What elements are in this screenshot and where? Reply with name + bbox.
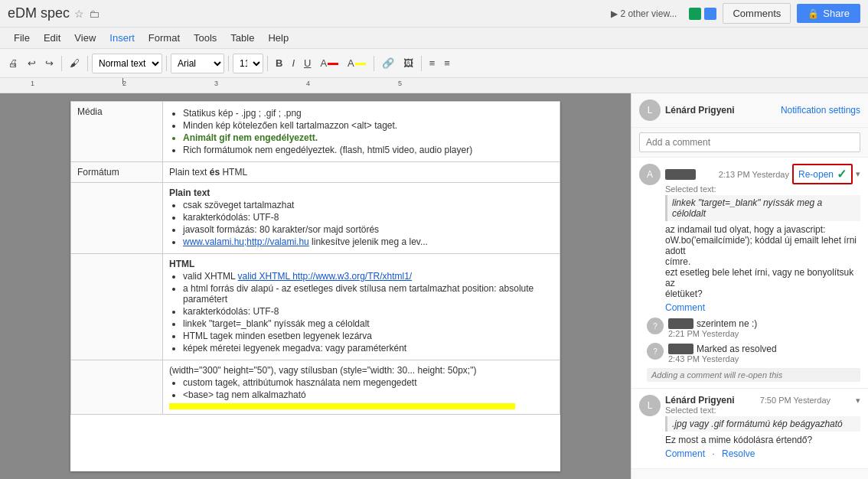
avatar-reply2: ? [647,343,664,360]
notification-settings-link[interactable]: Notification settings [781,105,860,116]
reopen-notice: Adding a comment will re-open this [647,368,860,382]
redo-button[interactable]: ↪ [41,55,57,71]
add-comment-box [631,128,868,158]
reply-1-time: 2:21 PM Yesterday [668,329,757,338]
comments-button[interactable]: Comments [723,3,791,24]
comment-1-body: az indamail tud olyat, hogy a javascript… [665,224,860,299]
list-item-animated: Animált gif nem engedélyezett. [183,132,553,143]
toolbar-divider-2 [87,56,88,71]
comment-2-user-row: L Lénárd Prigyeni 7:50 PM Yesterday ▾ Se… [639,395,860,459]
reply-1-row: ? szerintem ne :) 2:21 PM Yesterday [639,318,860,338]
comment-2-selected-label: Selected text: [665,406,860,415]
doc-area[interactable]: Média Statikus kép - .jpg ; .gif ; .png … [0,93,631,479]
list-item: a html forrás div alapú - az esetleges d… [183,283,553,305]
list-item: csak szöveget tartalmazhat [183,200,553,210]
comment-2-dropdown[interactable]: ▾ [856,396,860,406]
comment-2-meta: Lénárd Prigyeni 7:50 PM Yesterday ▾ Sele… [665,395,860,459]
comment-2-actions: Comment · Resolve [665,448,860,459]
share-button[interactable]: 🔒 Share [797,4,860,23]
toolbar-divider-5 [267,56,268,71]
list-item: Statikus kép - .jpg ; .gif ; .png [183,108,553,119]
menu-tools[interactable]: Tools [188,30,223,46]
reply-2-row: ? Marked as resolved 2:43 PM Yesterday [639,343,860,363]
bullet-list-button[interactable]: ≡ [426,55,439,71]
comment-2-resolve-action[interactable]: Resolve [722,448,755,459]
font-select[interactable]: Arial [171,54,224,73]
html-list: valid XHTML valid XHTML http://www.w3.or… [169,271,553,354]
list-item: karakterkódolás: UTF-8 [183,212,553,223]
formatum-bold-text: és [210,167,220,178]
toolbar-divider-4 [228,56,229,71]
image-button[interactable]: 🖼 [400,55,417,71]
avatar-lénárd: L [639,99,661,121]
list-item: valid XHTML valid XHTML http://www.w3.or… [183,271,553,282]
top-bar-left: eDM spec ☆ 🗀 [8,5,100,21]
comment-1-meta: 2:13 PM Yesterday Re-open ✓ ▾ Selected t… [665,164,860,313]
reply-2-body: Marked as resolved [697,344,777,354]
doc-page: Média Statikus kép - .jpg ; .gif ; .png … [70,101,560,471]
reopen-link[interactable]: Re-open [798,169,834,180]
ruler-triangle [122,78,123,84]
comment-action-label[interactable]: Comment [665,302,705,313]
other-viewers-label: ▶ 2 other view... [611,8,677,19]
numbered-list-button[interactable]: ≡ [440,55,454,71]
html-label-cell [71,254,163,360]
list-item: Rich formátumok nem engedélyeztek. (flas… [183,145,553,155]
html-content-cell: HTML valid XHTML valid XHTML http://www.… [163,254,560,360]
html-header: HTML [169,259,553,269]
comment-1-username [665,169,696,180]
comment-1-dropdown[interactable]: ▾ [856,169,860,179]
width-list: custom tagek, attribútumok használata ne… [169,377,553,400]
menu-file[interactable]: File [8,30,36,46]
toolbar: 🖨 ↩ ↪ 🖌 Normal text Arial 11 B I U A A 🔗… [0,49,868,78]
main-content: Média Statikus kép - .jpg ; .gif ; .png … [0,93,868,479]
link-button[interactable]: 🔗 [378,55,398,71]
menu-help[interactable]: Help [262,30,295,46]
paint-format-button[interactable]: 🖌 [66,55,83,71]
comment-2-body: Ez most a mime kódolásra értendő? [665,435,860,445]
menu-table[interactable]: Table [224,30,260,46]
add-comment-input[interactable] [639,132,860,152]
menu-insert[interactable]: Insert [103,30,141,46]
comment-block-1: A 2:13 PM Yesterday Re-open ✓ ▾ [631,158,868,389]
print-button[interactable]: 🖨 [5,55,22,71]
reopen-notice-container: Adding a comment will re-open this [639,368,860,382]
comment-1-selected-text: linkek "target=_blank" nyíssák meg a cél… [665,195,860,221]
doc-title: eDM spec [8,5,70,21]
avatar-reply1: ? [647,318,664,334]
table-row-plaintext: Plain text csak szöveget tartalmazhat ka… [71,183,560,254]
folder-icon[interactable]: 🗀 [89,8,100,20]
star-icon[interactable]: ☆ [74,8,84,20]
toolbar-divider-7 [421,56,422,71]
comments-panel: L Lénárd Prigyeni Notification settings … [631,93,868,479]
toolbar-divider-3 [166,56,167,71]
menu-edit[interactable]: Edit [38,30,67,46]
media-label-cell: Média [71,102,163,162]
list-item: custom tagek, attribútumok használata ne… [183,377,553,388]
text-color-button[interactable]: A [316,55,342,71]
undo-button[interactable]: ↩ [24,55,40,71]
list-item-link: www.valami.hu;http://valami.hu linkesítv… [183,236,553,247]
ruler-tick-4: 4 [306,80,310,87]
menu-format[interactable]: Format [142,30,186,46]
top-bar-right: ▶ 2 other view... Comments 🔒 Share [611,3,860,24]
reply-1-username [668,318,693,329]
menu-bar: File Edit View Insert Format Tools Table… [0,28,868,49]
table-row-width: (width="300" height="50"), vagy stílusba… [71,360,560,415]
highlight-button[interactable]: A [344,55,370,71]
underline-button[interactable]: U [300,55,315,71]
menu-view[interactable]: View [68,30,102,46]
bold-button[interactable]: B [272,55,286,71]
font-size-select[interactable]: 11 [233,54,263,73]
comment-2-comment-action[interactable]: Comment [665,448,705,459]
text-style-select[interactable]: Normal text [92,54,162,73]
plaintext-list: csak szöveget tartalmazhat karakterkódol… [169,200,553,247]
list-item: javasolt formázás: 80 karakter/sor majd … [183,224,553,235]
italic-button[interactable]: I [288,55,299,71]
list-item: képek méretei legyenek megadva: vagy par… [183,343,553,354]
comment-2-time: 7:50 PM Yesterday [760,396,830,405]
comment-block-2: L Lénárd Prigyeni 7:50 PM Yesterday ▾ Se… [631,389,868,469]
comment-panel-header: L Lénárd Prigyeni Notification settings [631,93,868,128]
checkmark-icon: ✓ [837,167,847,181]
doc-link: www.valami.hu;http://valami.hu [183,236,309,247]
